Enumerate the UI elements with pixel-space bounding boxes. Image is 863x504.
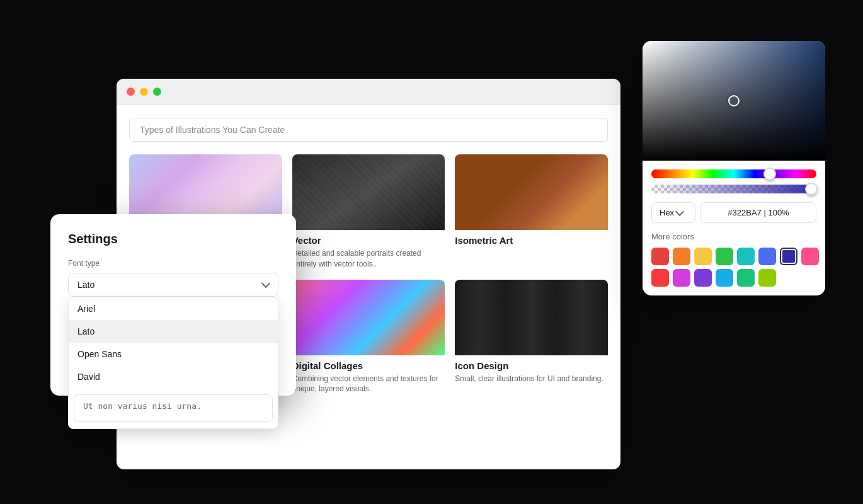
color-input-row: Hex #322BA7 | 100% <box>651 202 816 223</box>
color-format-select[interactable]: Hex <box>651 202 695 223</box>
color-swatch-10[interactable] <box>694 269 712 287</box>
gallery-image-collage <box>292 280 445 355</box>
color-swatch-11[interactable] <box>716 269 733 287</box>
color-swatches <box>651 248 816 287</box>
font-dropdown-list: Ariel Lato Open Sans David Ut non varius… <box>68 297 278 429</box>
gallery-item-collages-title: Digital Collages <box>292 360 445 371</box>
settings-title: Settings <box>68 232 278 246</box>
color-picker-dot[interactable] <box>728 95 740 106</box>
gallery-image-vector <box>292 154 445 230</box>
color-swatch-9[interactable] <box>673 269 690 287</box>
hue-thumb[interactable] <box>763 168 776 180</box>
chevron-down-icon <box>261 279 270 288</box>
color-swatch-0[interactable] <box>651 248 669 265</box>
gallery-image-icon-design <box>455 280 608 355</box>
color-gradient-area[interactable] <box>643 41 825 161</box>
gallery-item-vector[interactable]: Vector Detailed and scalable portraits c… <box>292 154 445 270</box>
font-option-david[interactable]: David <box>69 365 278 388</box>
gallery-item-collages-desc: Combining vector elements and textures f… <box>292 374 445 395</box>
gallery-item-icon-design-title: Icon Design <box>455 360 608 371</box>
font-dropdown[interactable]: Lato <box>68 273 278 297</box>
color-swatch-12[interactable] <box>737 269 755 287</box>
font-option-ariel[interactable]: Ariel <box>69 297 278 320</box>
font-option-open-sans[interactable]: Open Sans <box>69 343 278 365</box>
browser-titlebar <box>117 79 620 105</box>
gallery-item-isometric-title: Isometric Art <box>455 235 608 246</box>
font-type-label: Font type <box>68 259 278 268</box>
alpha-thumb[interactable] <box>805 183 818 195</box>
color-swatch-7[interactable] <box>801 248 819 265</box>
color-picker: Hex #322BA7 | 100% More colors <box>643 41 825 295</box>
color-swatch-3[interactable] <box>716 248 733 265</box>
color-swatch-6[interactable] <box>780 248 797 265</box>
hue-slider[interactable] <box>651 169 816 178</box>
gallery-item-vector-title: Vector <box>292 235 445 246</box>
maximize-button[interactable] <box>153 88 161 96</box>
gallery-item-isometric[interactable]: Isometric Art <box>455 154 608 270</box>
alpha-slider[interactable] <box>651 185 816 193</box>
color-swatch-2[interactable] <box>694 248 712 265</box>
gallery-image-isometric <box>455 154 608 230</box>
gallery-item-icon-design-desc: Small, clear illustrations for UI and br… <box>455 374 608 384</box>
more-colors-label: More colors <box>651 232 816 241</box>
format-chevron-icon <box>675 207 684 215</box>
settings-panel: Settings Font type Lato Ariel Lato Open … <box>50 214 296 396</box>
color-swatch-1[interactable] <box>673 248 690 265</box>
gallery-item-collages[interactable]: Digital Collages Combining vector elemen… <box>292 280 445 395</box>
color-swatch-8[interactable] <box>651 269 669 287</box>
font-option-lato[interactable]: Lato <box>69 320 278 343</box>
text-preview[interactable]: Ut non varius nisi urna. <box>74 394 273 422</box>
gallery-item-icon-design[interactable]: Icon Design Small, clear illustrations f… <box>455 280 608 395</box>
minimize-button[interactable] <box>140 88 148 96</box>
gallery-item-vector-desc: Detailed and scalable portraits created … <box>292 248 445 270</box>
font-dropdown-value: Lato <box>77 280 94 290</box>
search-bar[interactable]: Types of Illustrations You Can Create <box>129 118 608 142</box>
color-swatch-13[interactable] <box>758 269 776 287</box>
color-format-value: Hex <box>660 208 674 217</box>
color-picker-controls: Hex #322BA7 | 100% More colors <box>643 161 825 295</box>
color-swatch-5[interactable] <box>758 248 776 265</box>
color-swatch-4[interactable] <box>737 248 755 265</box>
color-hex-input[interactable]: #322BA7 | 100% <box>700 202 816 223</box>
close-button[interactable] <box>127 88 135 96</box>
